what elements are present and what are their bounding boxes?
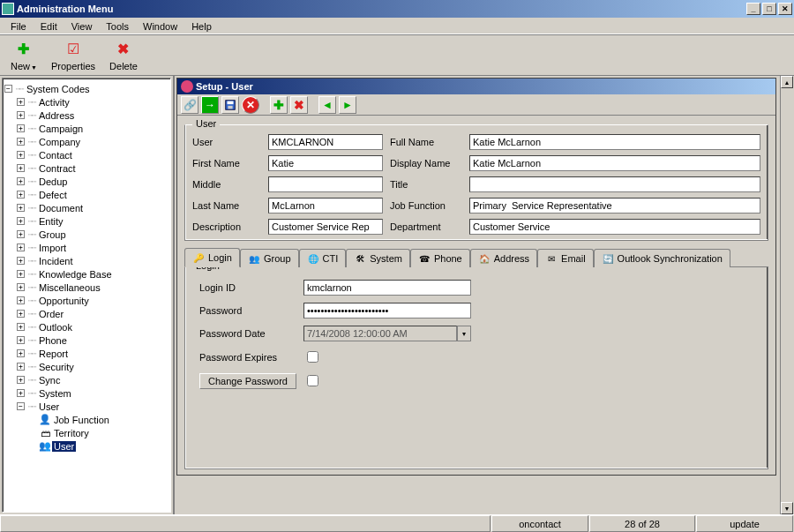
minimize-button[interactable]: _ <box>746 3 760 15</box>
maximize-button[interactable]: □ <box>762 3 776 15</box>
tree-toggle[interactable]: + <box>17 111 25 119</box>
tree-toggle[interactable]: + <box>17 98 25 106</box>
prev-button[interactable]: ◄ <box>318 96 336 114</box>
tree-leaf-jobfunction[interactable]: Job Function <box>52 415 111 425</box>
tree-toggle[interactable]: + <box>17 257 25 265</box>
input-loginid[interactable] <box>303 280 471 296</box>
tree-node[interactable]: Activity <box>37 97 71 108</box>
new-button[interactable]: ✚ New▼ <box>4 38 44 73</box>
date-picker-button[interactable]: ▾ <box>457 326 471 341</box>
menu-window[interactable]: Window <box>136 19 184 34</box>
tree-node[interactable]: Document <box>37 203 85 214</box>
next-button[interactable]: ► <box>339 96 356 114</box>
tree-toggle[interactable]: + <box>17 164 25 172</box>
tree-node[interactable]: Report <box>37 348 70 359</box>
tree-toggle[interactable]: + <box>17 191 25 199</box>
add-button[interactable]: ✚ <box>270 96 288 114</box>
tab-phone[interactable]: ☎Phone <box>410 249 470 267</box>
tree-node[interactable]: Outlook <box>37 322 74 333</box>
tree-node[interactable]: Incident <box>37 256 75 266</box>
tree-toggle[interactable]: + <box>17 310 25 318</box>
input-jobfunction[interactable] <box>469 198 760 214</box>
go-button[interactable]: → <box>201 96 219 114</box>
save-button[interactable] <box>221 96 239 114</box>
tree-toggle[interactable]: + <box>17 230 25 238</box>
tree-node[interactable]: Opportunity <box>37 296 91 306</box>
tab-outlook-sync[interactable]: 🔄Outlook Synchronization <box>594 249 730 267</box>
tab-system[interactable]: 🛠System <box>346 249 410 267</box>
tree-toggle[interactable]: + <box>17 217 25 225</box>
menu-tools[interactable]: Tools <box>99 19 136 34</box>
close-button[interactable]: ✕ <box>778 3 792 15</box>
tree-node[interactable]: Address <box>37 110 76 121</box>
checkbox-passwordexpires[interactable] <box>307 351 318 363</box>
menu-help[interactable]: Help <box>184 19 219 34</box>
cancel-button[interactable]: ✕ <box>242 96 259 114</box>
tree-toggle[interactable]: + <box>17 177 25 185</box>
input-fullname[interactable] <box>469 134 760 150</box>
tree-toggle[interactable]: + <box>17 151 25 159</box>
tree-leaf-territory[interactable]: Territory <box>52 428 91 438</box>
tree-node[interactable]: Sync <box>37 375 62 386</box>
input-department[interactable] <box>469 219 760 235</box>
link-button[interactable]: 🔗 <box>181 96 198 114</box>
tree-toggle[interactable]: + <box>17 323 25 331</box>
tree-root[interactable]: System Codes <box>25 84 92 94</box>
remove-button[interactable]: ✖ <box>290 96 308 114</box>
menu-edit[interactable]: Edit <box>34 19 64 34</box>
tree-toggle[interactable]: + <box>17 389 25 397</box>
tree-toggle[interactable]: + <box>17 376 25 384</box>
tree-node[interactable]: Campaign <box>37 124 85 134</box>
tree-toggle[interactable]: + <box>17 270 25 278</box>
scroll-up-button[interactable]: ▲ <box>781 76 793 88</box>
scroll-down-button[interactable]: ▼ <box>781 502 793 514</box>
tab-cti[interactable]: 🌐CTI <box>299 249 347 267</box>
tree-leaf-user[interactable]: User <box>52 441 76 452</box>
input-title[interactable] <box>469 176 760 192</box>
tree-toggle[interactable]: + <box>17 138 25 146</box>
tab-address[interactable]: 🏠Address <box>470 249 537 267</box>
tab-login[interactable]: 🔑Login <box>184 248 240 267</box>
delete-button[interactable]: ✖ Delete <box>102 38 145 73</box>
tree-node[interactable]: Order <box>37 309 65 319</box>
input-displayname[interactable] <box>469 155 760 171</box>
tree-toggle[interactable]: + <box>17 244 25 251</box>
tree-node[interactable]: Company <box>37 137 82 147</box>
tree-node[interactable]: Miscellaneous <box>37 282 102 293</box>
tree-node[interactable]: Entity <box>37 216 65 227</box>
tree-node[interactable]: Security <box>37 362 76 372</box>
tree-toggle-root[interactable]: − <box>4 85 12 93</box>
input-middle[interactable] <box>268 176 383 192</box>
input-description[interactable] <box>268 219 383 235</box>
tree-toggle[interactable]: + <box>17 204 25 212</box>
tree-node-user[interactable]: User <box>37 401 61 412</box>
input-lastname[interactable] <box>268 198 383 214</box>
change-password-button[interactable]: Change Password <box>199 373 296 389</box>
tree-node[interactable]: Contract <box>37 163 78 174</box>
tab-group[interactable]: 👥Group <box>240 249 299 267</box>
tree-panel[interactable]: − ┈┈ System Codes +┈┈Activity+┈┈Address+… <box>2 78 171 513</box>
tree-node[interactable]: Import <box>37 243 68 253</box>
properties-button[interactable]: ☑ Properties <box>44 38 102 73</box>
tree-toggle[interactable]: + <box>17 283 25 291</box>
tree-node[interactable]: System <box>37 388 73 399</box>
tree-toggle[interactable]: + <box>17 296 25 304</box>
checkbox-changepassword[interactable] <box>307 375 318 386</box>
tree-toggle[interactable]: + <box>17 363 25 371</box>
tree-node[interactable]: Knowledge Base <box>37 269 114 280</box>
vertical-scrollbar[interactable]: ▲ ▼ <box>780 76 794 514</box>
input-user[interactable] <box>268 134 383 150</box>
input-password[interactable] <box>303 303 471 318</box>
input-firstname[interactable] <box>268 155 383 171</box>
tree-node[interactable]: Defect <box>37 190 69 200</box>
tree-node[interactable]: Group <box>37 229 68 240</box>
tree-node[interactable]: Phone <box>37 335 69 346</box>
tree-node[interactable]: Contact <box>37 150 74 161</box>
menu-view[interactable]: View <box>64 19 100 34</box>
tree-toggle[interactable]: + <box>17 349 25 357</box>
tab-email[interactable]: ✉Email <box>537 249 594 267</box>
tree-toggle[interactable]: + <box>17 336 25 344</box>
menu-file[interactable]: File <box>4 19 34 34</box>
tree-toggle[interactable]: + <box>17 124 25 132</box>
tree-node[interactable]: Dedup <box>37 176 69 187</box>
